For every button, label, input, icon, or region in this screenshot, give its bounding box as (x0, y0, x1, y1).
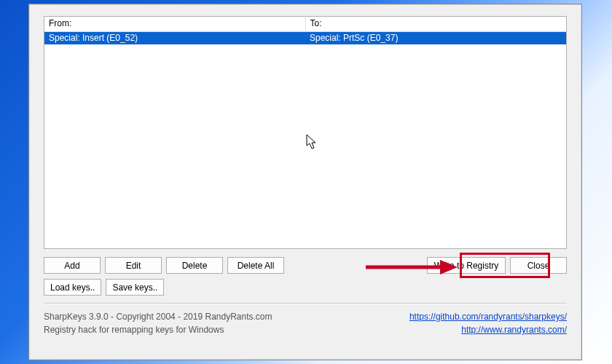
button-row-2: Load keys.. Save keys.. (44, 279, 567, 296)
load-keys-button[interactable]: Load keys.. (44, 279, 101, 296)
description-text: Registry hack for remapping keys for Win… (44, 323, 272, 336)
write-registry-button[interactable]: Write to Registry (427, 257, 506, 274)
table-row[interactable]: Special: Insert (E0_52) Special: PrtSc (… (44, 32, 566, 44)
list-header: From: To: (44, 17, 566, 32)
footer: SharpKeys 3.9.0 - Copyright 2004 - 2019 … (44, 310, 567, 336)
separator (44, 303, 567, 304)
close-button[interactable]: Close (510, 257, 567, 274)
desktop-background: From: To: Special: Insert (E0_52) Specia… (0, 0, 612, 364)
github-link[interactable]: https://github.com/randyrants/sharpkeys/ (409, 312, 567, 322)
edit-button[interactable]: Edit (105, 257, 162, 274)
cell-from: Special: Insert (E0_52) (44, 32, 305, 44)
website-link[interactable]: http://www.randyrants.com/ (461, 325, 567, 335)
delete-button[interactable]: Delete (166, 257, 223, 274)
header-from[interactable]: From: (44, 17, 306, 31)
add-button[interactable]: Add (44, 257, 101, 274)
sharpkeys-window: From: To: Special: Insert (E0_52) Specia… (28, 4, 582, 360)
delete-all-button[interactable]: Delete All (227, 257, 284, 274)
cell-to: Special: PrtSc (E0_37) (305, 32, 566, 44)
header-to[interactable]: To: (306, 17, 567, 31)
save-keys-button[interactable]: Save keys.. (106, 279, 164, 296)
mapping-list[interactable]: From: To: Special: Insert (E0_52) Specia… (44, 16, 567, 249)
copyright-text: SharpKeys 3.9.0 - Copyright 2004 - 2019 … (44, 310, 272, 323)
button-row-1: Add Edit Delete Delete All Write to Regi… (44, 257, 567, 274)
